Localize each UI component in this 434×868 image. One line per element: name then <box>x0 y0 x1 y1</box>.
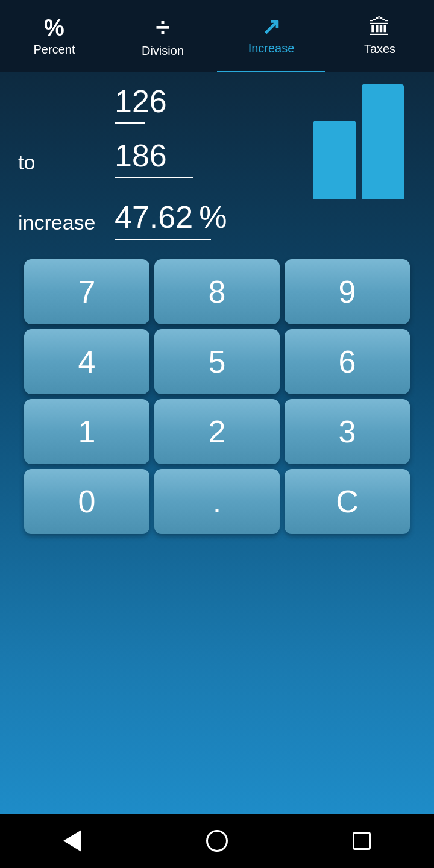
result-value: 47.62 <box>115 199 193 235</box>
display-section: 126 to 186 increase 47.62 % <box>18 84 416 247</box>
key-clear[interactable]: C <box>285 469 410 534</box>
key-3[interactable]: 3 <box>285 399 410 464</box>
key-9[interactable]: 9 <box>285 259 410 324</box>
result-row: increase 47.62 % <box>18 199 416 247</box>
taxes-icon <box>369 17 391 39</box>
key-5[interactable]: 5 <box>154 329 280 394</box>
from-underline <box>115 122 145 124</box>
nav-label-increase: Increase <box>248 42 295 55</box>
to-label: to <box>18 139 115 174</box>
key-8[interactable]: 8 <box>154 259 280 324</box>
chart-container <box>313 78 404 199</box>
home-button[interactable] <box>193 823 241 859</box>
recents-icon <box>353 832 371 850</box>
result-value-container: 47.62 % <box>115 199 416 240</box>
key-4[interactable]: 4 <box>24 329 149 394</box>
to-value-row: to 186 <box>18 139 416 193</box>
key-2[interactable]: 2 <box>154 399 280 464</box>
chart-bar-2 <box>362 84 404 199</box>
nav-item-taxes[interactable]: Taxes <box>326 0 434 72</box>
result-underline <box>115 239 211 240</box>
result-percent: % <box>199 199 227 235</box>
percent-icon <box>44 16 64 39</box>
key-6[interactable]: 6 <box>285 329 410 394</box>
nav-item-increase[interactable]: Increase <box>217 0 326 72</box>
nav-label-percent: Percent <box>34 43 75 57</box>
division-icon <box>156 15 169 40</box>
to-underline <box>115 177 193 178</box>
from-label-empty <box>18 84 115 96</box>
nav-item-division[interactable]: Division <box>108 0 217 72</box>
from-value[interactable]: 126 <box>115 84 167 119</box>
recents-button[interactable] <box>338 823 386 859</box>
top-navigation: Percent Division Increase Taxes <box>0 0 434 72</box>
increase-label: increase <box>18 199 115 234</box>
to-value[interactable]: 186 <box>115 139 167 173</box>
bottom-spacer <box>18 540 416 808</box>
home-icon <box>206 830 228 852</box>
increase-icon <box>262 15 281 38</box>
back-button[interactable] <box>48 823 96 859</box>
nav-item-percent[interactable]: Percent <box>0 0 108 72</box>
chart-bar-1 <box>313 121 356 199</box>
nav-label-taxes: Taxes <box>364 42 395 56</box>
main-content: 126 to 186 increase 47.62 % <box>0 72 434 814</box>
key-7[interactable]: 7 <box>24 259 149 324</box>
keypad: 7 8 9 4 5 6 1 2 3 0 . C <box>18 253 416 540</box>
key-0[interactable]: 0 <box>24 469 149 534</box>
nav-label-division: Division <box>142 44 184 58</box>
bottom-navigation <box>0 814 434 868</box>
key-1[interactable]: 1 <box>24 399 149 464</box>
key-dot[interactable]: . <box>154 469 280 534</box>
back-icon <box>63 830 81 852</box>
